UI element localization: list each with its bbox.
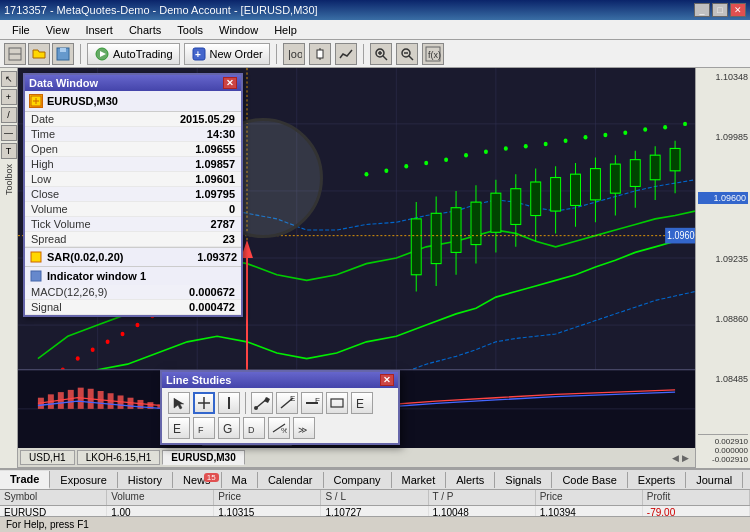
tab-history[interactable]: History: [118, 472, 173, 488]
table-header: Symbol Volume Price S / L T / P Price Pr…: [0, 490, 750, 506]
price-label-4: 1.08860: [698, 314, 748, 324]
autotrading-button[interactable]: AutoTrading: [87, 43, 180, 65]
data-row-high: High 1.09857: [25, 157, 241, 172]
line-studies-titlebar: Line Studies ✕: [162, 372, 398, 388]
tab-codebase[interactable]: Code Base: [552, 472, 627, 488]
tab-market[interactable]: Market: [392, 472, 447, 488]
svg-point-75: [135, 323, 139, 327]
svg-text:D: D: [248, 425, 255, 435]
toolbar-save[interactable]: [52, 43, 74, 65]
data-row-tick-volume: Tick Volume 2787: [25, 217, 241, 232]
close-button[interactable]: ✕: [730, 3, 746, 17]
ls-channel-button[interactable]: [326, 392, 348, 414]
tab-calendar[interactable]: Calendar: [258, 472, 324, 488]
menu-tools[interactable]: Tools: [169, 22, 211, 38]
ls-pitchfork-button[interactable]: E: [351, 392, 373, 414]
data-window-close-button[interactable]: ✕: [223, 77, 237, 89]
toolbox-hline[interactable]: —: [1, 125, 17, 141]
tab-company[interactable]: Company: [324, 472, 392, 488]
line-studies-dialog: Line Studies ✕ E F: [160, 370, 400, 445]
toolbox-cursor[interactable]: ↖: [1, 71, 17, 87]
toolbar-line[interactable]: [335, 43, 357, 65]
price-label-3: 1.09235: [698, 254, 748, 264]
toolbox-text[interactable]: T: [1, 143, 17, 159]
tab-journal[interactable]: Journal: [686, 472, 743, 488]
maximize-button[interactable]: □: [712, 3, 728, 17]
new-order-button[interactable]: + New Order: [184, 43, 270, 65]
tab-experts[interactable]: Experts: [628, 472, 686, 488]
ls-ray-button[interactable]: E: [276, 392, 298, 414]
toolbar-open[interactable]: [28, 43, 50, 65]
indicator-window1: Indicator window 1: [25, 266, 241, 285]
svg-point-87: [544, 142, 548, 146]
svg-rect-58: [571, 174, 581, 205]
svg-rect-130: [31, 252, 41, 262]
tab-trade[interactable]: Trade: [0, 471, 50, 489]
toolbar-sep-3: [363, 44, 364, 64]
svg-text:E: E: [290, 395, 295, 403]
ls-rectangle-button[interactable]: G: [218, 417, 240, 439]
help-bar: For Help, press F1: [0, 516, 750, 532]
news-badge: 15: [204, 473, 219, 482]
ls-vline-button[interactable]: [218, 392, 240, 414]
menu-window[interactable]: Window: [211, 22, 266, 38]
left-toolbox: ↖ + / — T Toolbox: [0, 68, 18, 468]
line-studies-close-button[interactable]: ✕: [380, 374, 394, 386]
menu-view[interactable]: View: [38, 22, 78, 38]
svg-point-85: [504, 146, 508, 150]
tab-signals[interactable]: Signals: [495, 472, 552, 488]
svg-point-92: [643, 127, 647, 131]
svg-text:F: F: [315, 396, 320, 405]
ls-more-button[interactable]: ≫: [293, 417, 315, 439]
chart-tab-eurusdm30[interactable]: EURUSD,M30: [162, 450, 244, 465]
menu-file[interactable]: File: [4, 22, 38, 38]
th-volume: Volume: [107, 490, 214, 505]
svg-line-13: [383, 56, 387, 60]
toolbar-zoom-out[interactable]: [396, 43, 418, 65]
price-label-2: 1.09600: [698, 192, 748, 204]
ls-label-button[interactable]: F: [193, 417, 215, 439]
tab-alerts[interactable]: Alerts: [446, 472, 495, 488]
toolbar-sep-1: [80, 44, 81, 64]
svg-rect-52: [511, 189, 521, 225]
menu-insert[interactable]: Insert: [77, 22, 121, 38]
price-scale: 1.10348 1.09985 1.09600 1.09235 1.08860 …: [695, 68, 750, 468]
toolbar-indicators[interactable]: f(x): [422, 43, 444, 65]
data-row-date: Date 2015.05.29: [25, 112, 241, 127]
minimize-button[interactable]: _: [694, 3, 710, 17]
menu-help[interactable]: Help: [266, 22, 305, 38]
ls-fibonacci-button[interactable]: %: [268, 417, 290, 439]
svg-text:f(x): f(x): [428, 50, 441, 60]
toolbar-candles[interactable]: [309, 43, 331, 65]
indicator-icon: [29, 269, 43, 283]
toolbar-zoom-in[interactable]: [370, 43, 392, 65]
ls-text-button[interactable]: E: [168, 417, 190, 439]
tab-news[interactable]: News15: [173, 472, 222, 488]
svg-point-136: [254, 406, 258, 410]
help-text: For Help, press F1: [6, 519, 89, 530]
menu-charts[interactable]: Charts: [121, 22, 169, 38]
titlebar: 1713357 - MetaQuotes-Demo - Demo Account…: [0, 0, 750, 20]
ls-trend-button[interactable]: [251, 392, 273, 414]
toolbox-crosshair[interactable]: +: [1, 89, 17, 105]
ls-ellipse-button[interactable]: D: [243, 417, 265, 439]
toolbar-new-chart[interactable]: [4, 43, 26, 65]
ls-hline-button[interactable]: F: [301, 392, 323, 414]
th-sl: S / L: [321, 490, 428, 505]
toolbar-sep-2: [276, 44, 277, 64]
svg-rect-64: [630, 160, 640, 187]
svg-text:E: E: [173, 422, 181, 436]
svg-rect-42: [411, 219, 421, 275]
chart-tab-usdh1[interactable]: USD,H1: [20, 450, 75, 465]
data-row-spread: Spread 23: [25, 232, 241, 247]
tab-mailbox[interactable]: Ma: [222, 472, 258, 488]
th-price: Price: [214, 490, 321, 505]
ls-cursor-button[interactable]: [168, 392, 190, 414]
toolbox-line[interactable]: /: [1, 107, 17, 123]
ls-crosshair-button[interactable]: [193, 392, 215, 414]
chart-tab-lkoh[interactable]: LKOH-6.15,H1: [77, 450, 161, 465]
svg-rect-54: [531, 182, 541, 216]
toolbar-bars[interactable]: |oo: [283, 43, 305, 65]
data-window-symbol-text: EURUSD,M30: [47, 95, 118, 107]
tab-exposure[interactable]: Exposure: [50, 472, 117, 488]
